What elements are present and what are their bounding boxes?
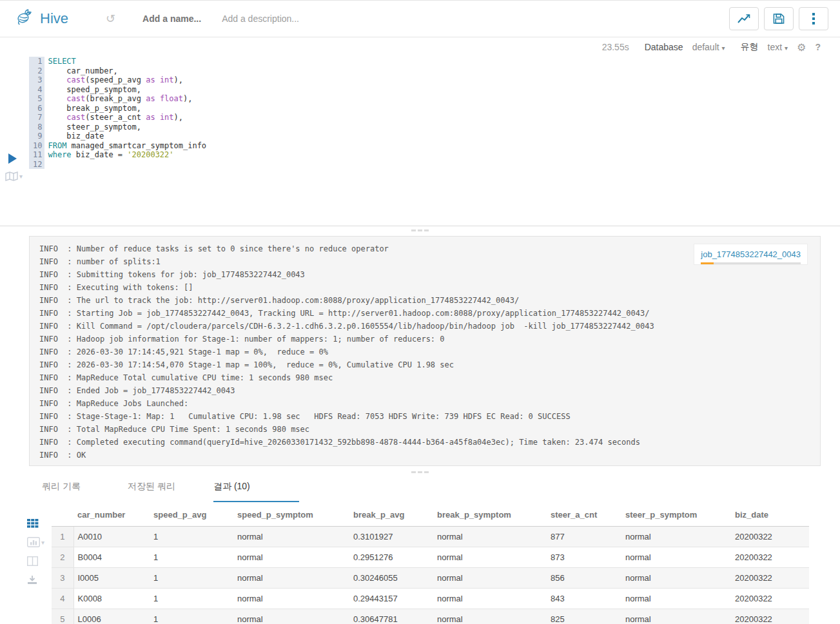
line-number: 11 [33, 150, 42, 160]
chevron-down-icon: ▾ [19, 173, 23, 180]
table-cell: normal [433, 547, 547, 568]
grid-icon [27, 519, 39, 528]
chart-view-button[interactable]: ▾ [27, 537, 44, 547]
columns-icon [27, 556, 38, 566]
charts-button[interactable] [729, 7, 759, 30]
table-cell: 877 [547, 527, 621, 547]
code-line[interactable]: steer_p_symptom, [48, 122, 206, 132]
columns-view-button[interactable] [27, 556, 38, 566]
table-cell: normal [621, 527, 731, 547]
table-cell: 873 [547, 547, 621, 568]
line-number-gutter: 123456789101112 [29, 57, 44, 169]
query-history-icon[interactable]: ↺ [106, 12, 115, 26]
table-cell: L0006 [73, 609, 150, 624]
job-link[interactable]: job_1774853227442_0043 [701, 249, 801, 259]
results-rail: ▾ [27, 502, 52, 624]
query-duration: 23.55s [602, 42, 629, 52]
explain-menu[interactable]: ▾ [5, 171, 23, 181]
chevron-down-icon: ▾ [785, 44, 788, 52]
code-line[interactable] [48, 160, 206, 170]
table-cell: normal [433, 609, 547, 624]
tab-query-history[interactable]: 쿼리 기록 [42, 481, 128, 502]
row-number: 2 [52, 547, 73, 568]
log-line: INFO : 2026-03-30 17:14:45,921 Stage-1 m… [39, 346, 810, 358]
table-cell: I0005 [73, 568, 150, 589]
type-label: 유형 [741, 41, 759, 53]
table-cell: 20200322 [731, 609, 809, 624]
column-header-car_number[interactable]: car_number [73, 502, 150, 527]
resize-handle[interactable] [0, 226, 840, 231]
table-cell: 1 [150, 527, 233, 547]
table-cell: 843 [547, 589, 621, 609]
log-line: INFO : Starting Job = job_1774853227442_… [39, 307, 810, 320]
settings-gear-icon[interactable]: ⚙ [797, 41, 806, 54]
column-header-biz_date[interactable]: biz_date [731, 502, 809, 527]
job-status-badge: job_1774853227442_0043 [694, 244, 807, 264]
log-line: INFO : The url to track the job: http://… [39, 294, 810, 307]
tab-results[interactable]: 결과 (10) [213, 481, 299, 502]
log-line: INFO : Total MapReduce CPU Time Spent: 1… [39, 423, 810, 436]
execute-query-button[interactable] [8, 153, 17, 164]
query-description-field[interactable]: Add a description... [222, 14, 299, 24]
tab-saved-queries[interactable]: 저장된 쿼리 [128, 481, 213, 502]
code-line[interactable]: speed_p_symptom, [48, 85, 206, 95]
code-line[interactable]: cast(speed_p_avg as int), [48, 75, 206, 85]
code-line[interactable]: SELECT [48, 57, 206, 66]
table-cell: normal [433, 589, 547, 609]
header-actions [729, 7, 828, 30]
table-cell: 0.2951276 [349, 547, 433, 568]
database-select[interactable]: default ▾ [692, 42, 725, 52]
job-progress-fill [701, 262, 714, 264]
column-header-speed_p_symptom[interactable]: speed_p_symptom [233, 502, 349, 527]
row-number: 4 [52, 589, 73, 609]
code-line[interactable]: break_p_symptom, [48, 104, 206, 113]
more-options-button[interactable] [799, 7, 828, 30]
grid-view-button[interactable] [27, 519, 39, 528]
row-number-header [52, 502, 73, 527]
log-line: INFO : Submitting tokens for job: job_17… [39, 268, 810, 281]
table-cell: normal [233, 568, 349, 589]
table-row: 1A00101normal0.3101927normal877normal202… [52, 527, 809, 547]
log-line: INFO : Hadoop job information for Stage-… [39, 333, 810, 346]
type-select[interactable]: text ▾ [768, 42, 788, 52]
table-cell: 0.30246055 [349, 568, 433, 589]
job-progress-bar [701, 262, 801, 264]
code-line[interactable]: cast(break_p_avg as float), [48, 94, 206, 104]
line-number: 12 [33, 160, 42, 170]
job-log-panel: INFO : Number of reduce tasks is set to … [29, 236, 821, 466]
save-button[interactable] [764, 7, 794, 30]
column-header-steer_a_cnt[interactable]: steer_a_cnt [547, 502, 621, 527]
table-cell: normal [233, 609, 349, 624]
line-number: 5 [33, 94, 42, 104]
code-line[interactable]: biz_date [48, 132, 206, 141]
column-header-speed_p_avg[interactable]: speed_p_avg [150, 502, 233, 527]
help-icon[interactable]: ? [815, 42, 821, 52]
column-header-steer_p_symptom[interactable]: steer_p_symptom [621, 502, 731, 527]
log-line: INFO : MapReduce Jobs Launched: [39, 397, 810, 410]
table-cell: 825 [547, 609, 621, 624]
line-number: 4 [33, 85, 42, 95]
column-header-break_p_symptom[interactable]: break_p_symptom [433, 502, 547, 527]
table-cell: 1 [150, 547, 233, 568]
code-line[interactable]: cast(steer_a_cnt as int), [48, 113, 206, 122]
query-name-field[interactable]: Add a name... [142, 14, 201, 24]
code-editor[interactable]: 123456789101112 SELECT car_number, cast(… [29, 57, 821, 169]
download-button[interactable] [27, 575, 37, 585]
table-cell: 20200322 [731, 527, 809, 547]
code-line[interactable]: where biz_date = '20200322' [48, 150, 206, 160]
resize-handle[interactable] [0, 468, 840, 473]
log-line: INFO : 2026-03-30 17:14:54,070 Stage-1 m… [39, 358, 810, 371]
table-cell: 856 [547, 568, 621, 589]
line-number: 3 [33, 75, 42, 85]
bar-chart-icon [27, 537, 40, 547]
app-header: Hive ↺ Add a name... Add a description..… [0, 0, 840, 37]
code-line[interactable]: FROM managed_smartcar_symptom_info [48, 141, 206, 151]
code-line[interactable]: car_number, [48, 66, 206, 76]
sql-editor-section: ▾ 123456789101112 SELECT car_number, cas… [0, 57, 840, 196]
sql-code[interactable]: SELECT car_number, cast(speed_p_avg as i… [44, 57, 206, 169]
line-number: 8 [33, 122, 42, 132]
column-header-break_p_avg[interactable]: break_p_avg [349, 502, 433, 527]
line-number: 2 [33, 66, 42, 76]
row-number: 1 [52, 527, 73, 547]
table-cell: normal [621, 589, 731, 609]
